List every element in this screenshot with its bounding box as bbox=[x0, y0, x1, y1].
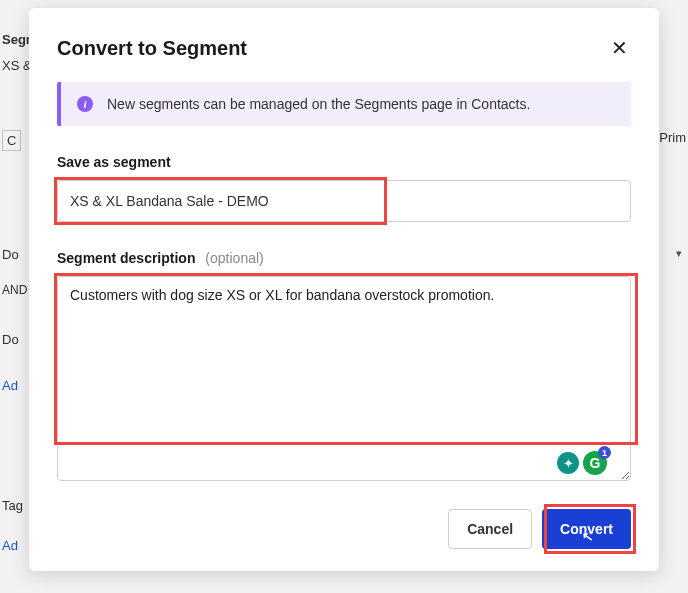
segment-description-wrap: Customers with dog size XS or XL for ban… bbox=[57, 276, 631, 485]
info-icon: i bbox=[77, 96, 93, 112]
segment-name-wrap bbox=[57, 180, 631, 222]
desc-label-text: Segment description bbox=[57, 250, 195, 266]
close-icon: ✕ bbox=[611, 36, 628, 60]
modal-overlay: Convert to Segment ✕ i New segments can … bbox=[0, 0, 688, 593]
convert-button[interactable]: Convert ↖ bbox=[542, 509, 631, 549]
modal-footer: Cancel Convert ↖ bbox=[57, 509, 631, 549]
grammarly-icon[interactable]: G 1 bbox=[583, 451, 607, 475]
info-banner: i New segments can be managed on the Seg… bbox=[57, 82, 631, 126]
grammarly-badge: 1 bbox=[598, 446, 611, 459]
assistant-icon[interactable]: ✦ bbox=[557, 452, 579, 474]
desc-optional-text: (optional) bbox=[205, 250, 263, 266]
close-button[interactable]: ✕ bbox=[607, 36, 631, 60]
modal-header: Convert to Segment ✕ bbox=[57, 36, 631, 60]
modal-title: Convert to Segment bbox=[57, 37, 247, 60]
segment-description-input[interactable]: Customers with dog size XS or XL for ban… bbox=[57, 276, 631, 481]
convert-segment-modal: Convert to Segment ✕ i New segments can … bbox=[29, 8, 659, 571]
cancel-button[interactable]: Cancel bbox=[448, 509, 532, 549]
textarea-tools: ✦ G 1 bbox=[557, 451, 607, 475]
segment-name-input[interactable] bbox=[57, 180, 631, 222]
segment-name-label: Save as segment bbox=[57, 154, 631, 170]
segment-description-label: Segment description (optional) bbox=[57, 250, 631, 266]
convert-button-label: Convert bbox=[560, 521, 613, 537]
info-banner-text: New segments can be managed on the Segme… bbox=[107, 96, 530, 112]
